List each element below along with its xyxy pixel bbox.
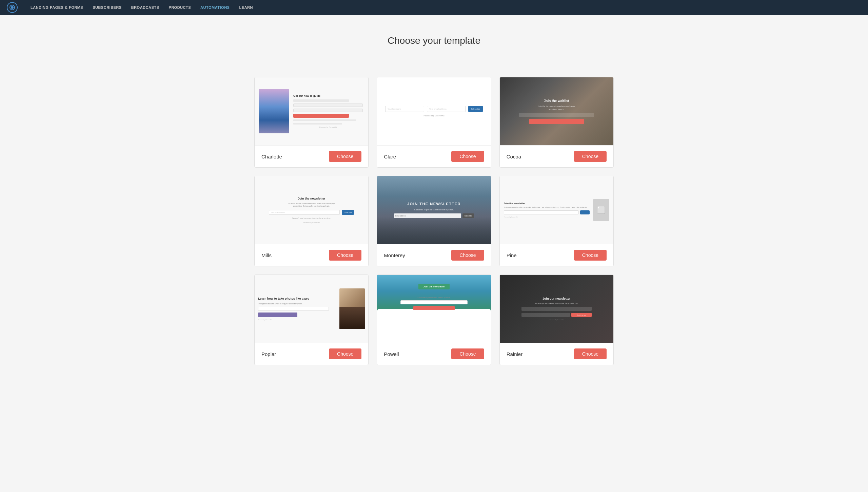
choose-button-mills[interactable]: Choose bbox=[329, 250, 361, 261]
template-card-monterey: JOIN THE NEWSLETTER Subscribe to get our… bbox=[377, 176, 491, 266]
navbar: LANDING PAGES & FORMS SUBSCRIBERS BROADC… bbox=[0, 0, 868, 15]
template-preview-pine: Join the newsletter Fruitcake dessert so… bbox=[500, 176, 613, 244]
choose-button-cocoa[interactable]: Choose bbox=[574, 151, 607, 162]
choose-button-charlotte[interactable]: Choose bbox=[329, 151, 361, 162]
template-name: Mills bbox=[261, 252, 272, 258]
template-card-rainier: Join our newsletter Receive tips and tri… bbox=[499, 275, 614, 365]
choose-button-clare[interactable]: Choose bbox=[451, 151, 484, 162]
nav-item-automations[interactable]: AUTOMATIONS bbox=[196, 0, 234, 15]
template-card-mills: Join the newsletter Fruitcake dessert so… bbox=[254, 176, 369, 266]
template-card-cocoa: Join the waitlist Join the list to recei… bbox=[499, 77, 614, 168]
template-name: Pine bbox=[507, 252, 517, 258]
template-name: Monterey bbox=[384, 252, 405, 258]
template-card-footer: Poplar Choose bbox=[255, 343, 368, 365]
template-preview-clare: Your first name Your email address Subsc… bbox=[377, 77, 491, 145]
template-card-footer: Monterey Choose bbox=[377, 244, 491, 266]
choose-button-pine[interactable]: Choose bbox=[574, 250, 607, 261]
template-card-clare: Your first name Your email address Subsc… bbox=[377, 77, 491, 168]
template-name: Poplar bbox=[261, 351, 276, 357]
choose-button-powell[interactable]: Choose bbox=[451, 348, 484, 359]
template-card-footer: Rainier Choose bbox=[500, 343, 613, 365]
template-preview-rainier: Join our newsletter Receive tips and tri… bbox=[500, 275, 613, 343]
template-card-charlotte: Get our how to guide Powered by ConvertK… bbox=[254, 77, 369, 168]
template-preview-mills: Join the newsletter Fruitcake dessert so… bbox=[255, 176, 368, 244]
nav-item-landing-pages[interactable]: LANDING PAGES & FORMS bbox=[26, 0, 88, 15]
template-card-footer: Powell Choose bbox=[377, 343, 491, 365]
template-card-pine: Join the newsletter Fruitcake dessert so… bbox=[499, 176, 614, 266]
template-name: Rainier bbox=[507, 351, 523, 357]
template-card-powell: Join the newsletter Subscribe to get our… bbox=[377, 275, 491, 365]
nav-item-broadcasts[interactable]: BROADCASTS bbox=[126, 0, 164, 15]
template-preview-poplar: Learn how to take photos like a pro Phot… bbox=[255, 275, 368, 343]
template-card-footer: Pine Choose bbox=[500, 244, 613, 266]
template-preview-powell: Join the newsletter Subscribe to get our… bbox=[377, 275, 491, 343]
template-name: Cocoa bbox=[507, 154, 521, 159]
template-card-footer: Cocoa Choose bbox=[500, 145, 613, 167]
nav-item-subscribers[interactable]: SUBSCRIBERS bbox=[88, 0, 126, 15]
page-title: Choose your template bbox=[254, 35, 614, 46]
choose-button-monterey[interactable]: Choose bbox=[451, 250, 484, 261]
template-preview-monterey: JOIN THE NEWSLETTER Subscribe to get our… bbox=[377, 176, 491, 244]
template-preview-charlotte: Get our how to guide Powered by ConvertK… bbox=[255, 77, 368, 145]
template-preview-cocoa: Join the waitlist Join the list to recei… bbox=[500, 77, 613, 145]
template-card-footer: Mills Choose bbox=[255, 244, 368, 266]
template-name: Powell bbox=[384, 351, 399, 357]
choose-button-poplar[interactable]: Choose bbox=[329, 348, 361, 359]
choose-button-rainier[interactable]: Choose bbox=[574, 348, 607, 359]
template-name: Charlotte bbox=[261, 154, 282, 159]
nav-item-products[interactable]: PRODUCTS bbox=[164, 0, 196, 15]
template-card-poplar: Learn how to take photos like a pro Phot… bbox=[254, 275, 369, 365]
template-name: Clare bbox=[384, 154, 396, 159]
main-content: Choose your template Get our how to guid… bbox=[248, 15, 620, 392]
template-card-footer: Charlotte Choose bbox=[255, 145, 368, 167]
nav-item-learn[interactable]: LEARN bbox=[234, 0, 257, 15]
divider bbox=[254, 60, 614, 60]
nav-logo[interactable] bbox=[7, 2, 18, 13]
template-card-footer: Clare Choose bbox=[377, 145, 491, 167]
template-grid: Get our how to guide Powered by ConvertK… bbox=[254, 77, 614, 365]
